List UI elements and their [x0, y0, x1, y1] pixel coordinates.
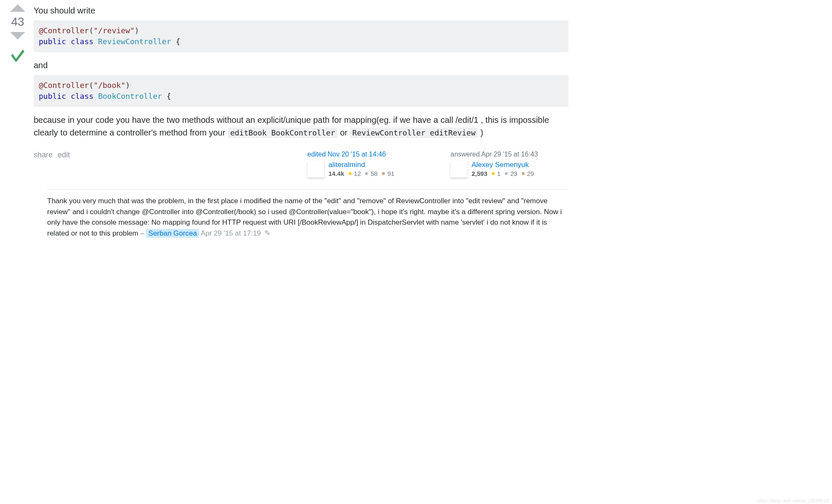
bronze-badge-icon — [382, 172, 385, 175]
code-block-review: @Controller("/review") public class Revi… — [34, 20, 568, 52]
editor-name-link[interactable]: aliteralmind — [328, 161, 425, 169]
edit-timestamp[interactable]: edited Nov 20 '15 at 14:46 — [307, 151, 425, 158]
comment-author-link[interactable]: Serban Gorcea — [146, 229, 199, 238]
upvote-icon[interactable] — [10, 4, 25, 12]
explanation-text: because in your code you have the two me… — [34, 114, 568, 139]
inline-code-editbook: editBook BookController — [228, 127, 338, 138]
pencil-icon: ✎ — [264, 228, 269, 239]
accepted-check-icon — [9, 47, 26, 64]
and-text: and — [34, 59, 568, 72]
downvote-icon[interactable] — [10, 32, 25, 40]
vote-count: 43 — [8, 15, 27, 29]
vote-cell: 43 — [8, 4, 34, 239]
bronze-badge-icon — [522, 172, 525, 175]
answered-timestamp: answered Apr 29 '15 at 16:43 — [451, 151, 568, 158]
answerer-info: answered Apr 29 '15 at 16:43 Alexey Seme… — [451, 151, 568, 178]
inline-code-editreview: ReviewController editReview — [350, 127, 478, 138]
edit-link[interactable]: edit — [58, 151, 70, 178]
editor-info: edited Nov 20 '15 at 14:46 aliteralmind … — [307, 151, 425, 178]
intro-text: You should write — [34, 4, 568, 17]
answerer-name-link[interactable]: Alexey Semenyuk — [472, 161, 568, 169]
gold-badge-icon — [349, 172, 352, 175]
post-menu: share edit edited Nov 20 '15 at 14:46 al… — [34, 151, 568, 178]
post-body: You should write @Controller("/review") … — [34, 4, 568, 239]
avatar[interactable] — [307, 161, 324, 178]
avatar[interactable] — [451, 161, 467, 178]
comment-date: Apr 29 '15 at 17:19 — [200, 229, 261, 237]
editor-rep: 14.4k — [328, 170, 344, 177]
answerer-rep: 2,593 — [472, 170, 488, 177]
comment: Thank you very much that was the problem… — [47, 196, 568, 239]
silver-badge-icon — [505, 172, 508, 175]
gold-badge-icon — [492, 172, 495, 175]
comments-section: Thank you very much that was the problem… — [47, 189, 568, 239]
silver-badge-icon — [365, 172, 368, 175]
share-link[interactable]: share — [34, 151, 53, 178]
code-block-book: @Controller("/book") public class BookCo… — [34, 75, 568, 107]
